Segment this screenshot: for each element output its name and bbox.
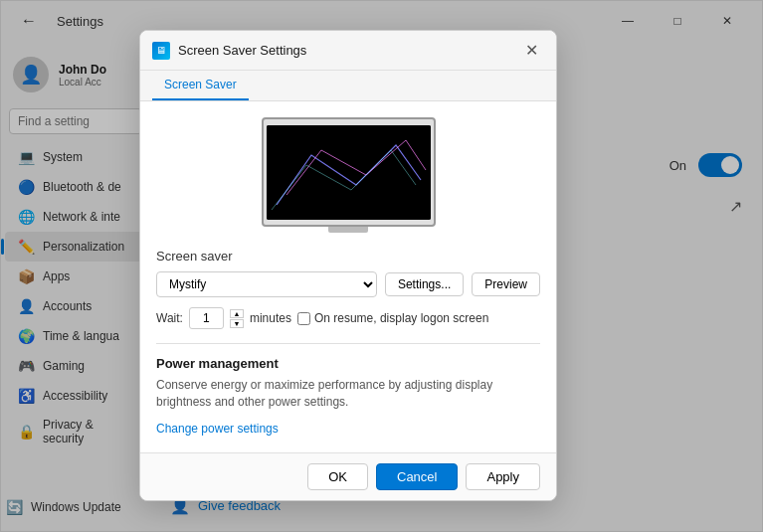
apply-button[interactable]: Apply — [466, 463, 540, 490]
power-management-description: Conserve energy or maximize performance … — [156, 377, 540, 411]
ok-button[interactable]: OK — [307, 463, 368, 490]
dialog-overlay: 🖥 Screen Saver Settings ✕ Screen Saver — [0, 0, 763, 532]
screen-inner — [267, 125, 431, 220]
resume-checkbox[interactable] — [297, 312, 310, 325]
wait-unit: minutes — [250, 311, 291, 325]
preview-button[interactable]: Preview — [472, 272, 540, 296]
preview-container — [156, 117, 540, 233]
tab-screen-saver[interactable]: Screen Saver — [152, 71, 249, 100]
dialog-app-icon: 🖥 — [152, 42, 170, 60]
mystify-animation — [267, 125, 431, 220]
dialog-title-text: Screen Saver Settings — [178, 43, 306, 58]
change-power-settings-link[interactable]: Change power settings — [156, 422, 279, 436]
power-management-title: Power management — [156, 356, 540, 371]
cancel-button[interactable]: Cancel — [376, 463, 458, 490]
dialog-tabs: Screen Saver — [140, 71, 556, 101]
screen-saver-dialog: 🖥 Screen Saver Settings ✕ Screen Saver — [139, 30, 557, 501]
svg-rect-0 — [267, 125, 431, 220]
wait-input[interactable] — [189, 307, 224, 329]
dialog-title-bar: 🖥 Screen Saver Settings ✕ — [140, 31, 556, 71]
resume-checkbox-label: On resume, display logon screen — [314, 311, 488, 325]
screen-preview — [262, 117, 436, 227]
dialog-close-button[interactable]: ✕ — [519, 39, 544, 62]
spinner-down-button[interactable]: ▼ — [230, 319, 244, 328]
dialog-body: Screen saver （None） 3D Text Blank Bubble… — [140, 101, 556, 452]
screen-saver-section-label: Screen saver — [156, 249, 540, 264]
settings-button[interactable]: Settings... — [385, 272, 464, 296]
screen-saver-row: （None） 3D Text Blank Bubbles Mystify Pho… — [156, 271, 540, 297]
dialog-footer: OK Cancel Apply — [140, 452, 556, 500]
wait-label: Wait: — [156, 311, 183, 325]
monitor-frame — [262, 117, 436, 233]
wait-spinner: ▲ ▼ — [230, 309, 244, 328]
dialog-title-left: 🖥 Screen Saver Settings — [152, 42, 306, 60]
spinner-up-button[interactable]: ▲ — [230, 309, 244, 318]
screen-saver-select[interactable]: （None） 3D Text Blank Bubbles Mystify Pho… — [156, 271, 377, 297]
wait-row: Wait: ▲ ▼ minutes On resume, display log… — [156, 307, 540, 329]
resume-checkbox-row: On resume, display logon screen — [297, 311, 488, 325]
screen-stand — [328, 227, 368, 233]
power-management-section: Power management Conserve energy or maxi… — [156, 343, 540, 437]
